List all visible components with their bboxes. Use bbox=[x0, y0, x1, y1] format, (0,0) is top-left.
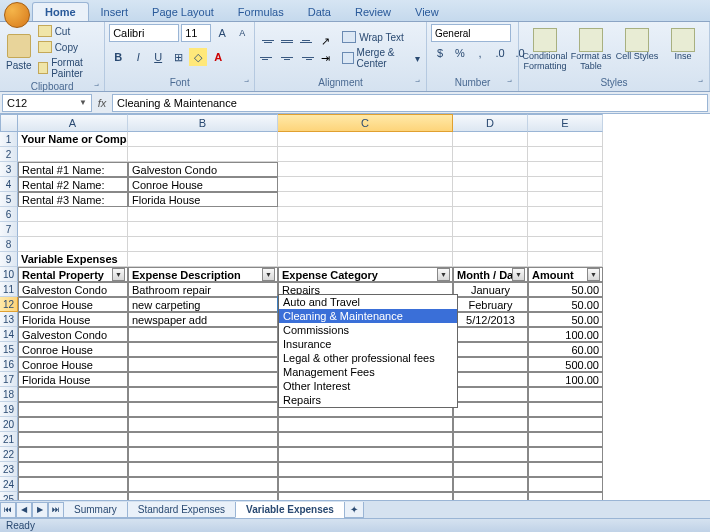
cell[interactable] bbox=[128, 147, 278, 162]
cell[interactable] bbox=[278, 237, 453, 252]
cell[interactable] bbox=[278, 432, 453, 447]
cell[interactable]: Conroe House bbox=[18, 342, 128, 357]
dd-item[interactable]: Commissions bbox=[279, 323, 457, 337]
cell[interactable] bbox=[128, 477, 278, 492]
row-header[interactable]: 17 bbox=[0, 372, 18, 387]
cell[interactable] bbox=[278, 477, 453, 492]
cut-button[interactable]: Cut bbox=[36, 24, 101, 38]
row-header[interactable]: 22 bbox=[0, 447, 18, 462]
cell[interactable] bbox=[453, 192, 528, 207]
cell[interactable]: Variable Expenses bbox=[18, 252, 128, 267]
cell[interactable] bbox=[528, 387, 603, 402]
sheet-nav-last[interactable]: ⏭ bbox=[48, 502, 64, 518]
cell[interactable]: Galveston Condo bbox=[128, 162, 278, 177]
cell[interactable] bbox=[453, 147, 528, 162]
cell[interactable]: Galveston Condo bbox=[18, 282, 128, 297]
filter-button[interactable]: ▼ bbox=[587, 268, 600, 281]
number-format-select[interactable] bbox=[431, 24, 511, 42]
row-header[interactable]: 5 bbox=[0, 192, 18, 207]
cell[interactable]: Expense Description▼ bbox=[128, 267, 278, 282]
dd-item[interactable]: Insurance bbox=[279, 337, 457, 351]
cell[interactable]: Your Name or Company Here bbox=[18, 132, 128, 147]
sheet-tab-standard[interactable]: Standard Expenses bbox=[127, 502, 236, 518]
cell[interactable] bbox=[128, 222, 278, 237]
cell[interactable]: Rental Property▼ bbox=[18, 267, 128, 282]
select-all-corner[interactable] bbox=[0, 114, 18, 132]
cell[interactable] bbox=[278, 162, 453, 177]
cell[interactable] bbox=[18, 402, 128, 417]
italic-button[interactable]: I bbox=[129, 48, 147, 66]
cell[interactable] bbox=[453, 162, 528, 177]
cell[interactable] bbox=[528, 192, 603, 207]
fx-button[interactable]: fx bbox=[92, 97, 112, 109]
tab-insert[interactable]: Insert bbox=[89, 3, 141, 21]
cell[interactable] bbox=[128, 132, 278, 147]
cell[interactable] bbox=[278, 417, 453, 432]
cell[interactable] bbox=[453, 357, 528, 372]
col-header-c[interactable]: C bbox=[278, 114, 453, 132]
cell[interactable] bbox=[528, 252, 603, 267]
cell[interactable]: 60.00 bbox=[528, 342, 603, 357]
cell[interactable]: 500.00 bbox=[528, 357, 603, 372]
cell[interactable] bbox=[18, 462, 128, 477]
cell[interactable]: Amount▼ bbox=[528, 267, 603, 282]
cell[interactable] bbox=[528, 237, 603, 252]
tab-page-layout[interactable]: Page Layout bbox=[140, 3, 226, 21]
cell[interactable] bbox=[128, 462, 278, 477]
cell[interactable]: 100.00 bbox=[528, 372, 603, 387]
row-header[interactable]: 2 bbox=[0, 147, 18, 162]
cell[interactable]: Florida House bbox=[128, 192, 278, 207]
format-as-table-button[interactable]: Format as Table bbox=[569, 28, 613, 72]
row-header[interactable]: 4 bbox=[0, 177, 18, 192]
cell[interactable] bbox=[453, 252, 528, 267]
dd-item[interactable]: Repairs bbox=[279, 393, 457, 407]
cell[interactable]: Rental #3 Name: bbox=[18, 192, 128, 207]
cell[interactable] bbox=[18, 477, 128, 492]
font-size-select[interactable] bbox=[181, 24, 211, 42]
cell[interactable]: 50.00 bbox=[528, 297, 603, 312]
row-header[interactable]: 12 bbox=[0, 297, 18, 312]
cell[interactable] bbox=[278, 207, 453, 222]
cell[interactable] bbox=[453, 327, 528, 342]
cell[interactable] bbox=[528, 177, 603, 192]
cell[interactable] bbox=[528, 222, 603, 237]
cell[interactable] bbox=[128, 342, 278, 357]
indent-button[interactable]: ⇥ bbox=[316, 51, 334, 67]
dd-item[interactable]: Cleaning & Maintenance bbox=[279, 309, 457, 323]
sheet-nav-next[interactable]: ▶ bbox=[32, 502, 48, 518]
underline-button[interactable]: U bbox=[149, 48, 167, 66]
col-header-e[interactable]: E bbox=[528, 114, 603, 132]
filter-button[interactable]: ▼ bbox=[262, 268, 275, 281]
cell[interactable] bbox=[453, 207, 528, 222]
border-button[interactable]: ⊞ bbox=[169, 48, 187, 66]
row-header[interactable]: 19 bbox=[0, 402, 18, 417]
cell[interactable] bbox=[528, 462, 603, 477]
merge-center-button[interactable]: Merge & Center ▾ bbox=[340, 46, 422, 70]
conditional-formatting-button[interactable]: Conditional Formatting bbox=[523, 28, 567, 72]
row-header[interactable]: 20 bbox=[0, 417, 18, 432]
cell[interactable] bbox=[453, 372, 528, 387]
cell[interactable] bbox=[18, 222, 128, 237]
increase-decimal-button[interactable]: .0 bbox=[491, 44, 509, 62]
cell[interactable] bbox=[128, 447, 278, 462]
cell[interactable] bbox=[453, 447, 528, 462]
tab-data[interactable]: Data bbox=[296, 3, 343, 21]
align-right-button[interactable] bbox=[297, 51, 315, 67]
bold-button[interactable]: B bbox=[109, 48, 127, 66]
cell[interactable] bbox=[528, 162, 603, 177]
row-header[interactable]: 21 bbox=[0, 432, 18, 447]
cell[interactable] bbox=[18, 387, 128, 402]
cell[interactable]: Expense Category▼ bbox=[278, 267, 453, 282]
align-center-button[interactable] bbox=[278, 51, 296, 67]
office-button[interactable] bbox=[4, 2, 30, 28]
sheet-nav-prev[interactable]: ◀ bbox=[16, 502, 32, 518]
row-header[interactable]: 15 bbox=[0, 342, 18, 357]
cell[interactable] bbox=[453, 477, 528, 492]
cell[interactable] bbox=[128, 402, 278, 417]
row-header[interactable]: 16 bbox=[0, 357, 18, 372]
cell[interactable] bbox=[128, 327, 278, 342]
cell[interactable] bbox=[528, 447, 603, 462]
cell[interactable] bbox=[453, 177, 528, 192]
cell[interactable] bbox=[278, 192, 453, 207]
cell[interactable] bbox=[18, 432, 128, 447]
